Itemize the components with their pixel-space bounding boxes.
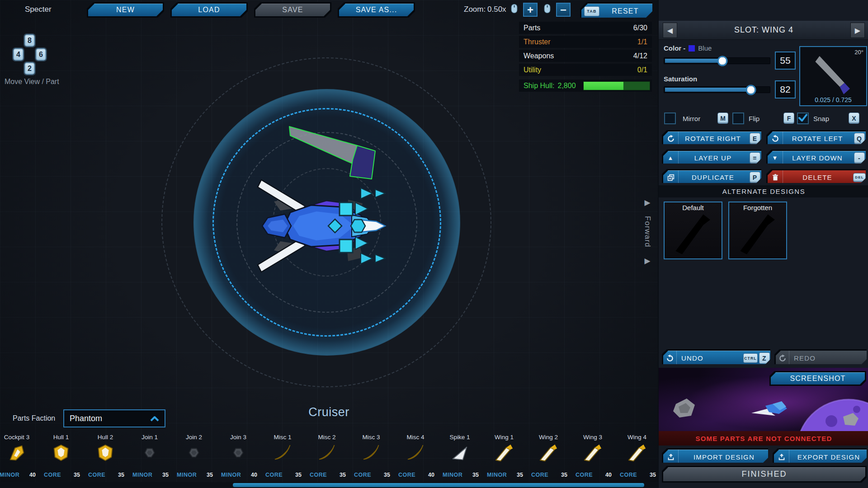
alternate-design-card[interactable]: Forgotten [728,202,787,259]
part-cost: 35 [118,472,124,478]
part-preview-image [807,52,861,100]
save-button[interactable]: SAVE [254,2,331,18]
redo-button[interactable]: REDO [774,349,867,364]
hue-value-box[interactable]: 55 [775,52,796,70]
saturation-slider-thumb[interactable] [745,84,756,95]
part-coords: 0.025 / 0.725 [800,96,866,103]
hull-bar [583,81,650,90]
part-item[interactable]: Wing 4 [615,432,659,480]
new-button[interactable]: NEW [87,2,164,18]
mouse-scroll-down-icon [544,4,551,14]
rotate-right-button[interactable]: ROTATE RIGHT E [662,130,761,144]
parts-scrollbar-track[interactable] [0,482,658,488]
part-name: Wing 3 [571,434,615,441]
part-tier: MINOR [177,472,197,478]
part-icon [494,442,514,463]
part-item[interactable]: Misc 1 [260,432,305,480]
part-icon [95,442,116,463]
part-item[interactable]: Misc 3 [349,432,393,480]
triangle-down-icon: ▼ [768,151,783,165]
slot-prev-button[interactable]: ◀ [663,23,677,38]
parts-scrollbar-thumb[interactable] [233,483,644,487]
slot-next-button[interactable]: ▶ [850,23,865,38]
screenshot-button[interactable]: SCREENSHOT [769,371,866,386]
part-name: Hull 1 [39,434,83,441]
part-item[interactable]: Join 3 [216,432,260,480]
hue-slider[interactable] [664,57,770,64]
duplicate-button[interactable]: DUPLICATE P [662,169,761,183]
part-icon [6,442,27,463]
mirror-checkbox[interactable] [664,113,676,124]
stat-value: 4/12 [633,52,647,60]
rotate-cw-icon [667,135,675,143]
part-item[interactable]: Wing 1 [482,432,526,480]
part-icon [405,442,426,463]
delete-button[interactable]: DELETE DEL [766,169,866,183]
zoom-out-button[interactable]: − [556,3,571,17]
layer-up-button[interactable]: ▲ LAYER UP = [662,150,761,164]
part-cost: 35 [517,472,523,478]
part-icon [449,442,470,463]
zoom-in-button[interactable]: + [523,3,538,17]
part-cost: 35 [207,472,213,478]
part-item[interactable]: Cockpit 3 [0,432,39,480]
export-design-button[interactable]: EXPORT DESIGN [773,448,867,463]
part-tier: CORE [576,472,593,478]
part-name: Cockpit 3 [0,434,39,441]
hue-slider-thumb[interactable] [717,56,727,66]
part-icon [51,442,71,463]
mirror-label: Mirror [683,115,700,122]
hull-label: Ship Hull: [519,82,554,90]
part-tier: MINOR [221,472,241,478]
numpad-2-key: 2 [24,62,35,75]
part-item[interactable]: Join 1 [127,432,172,480]
import-design-button[interactable]: IMPORT DESIGN [662,448,768,463]
part-item[interactable]: Join 2 [172,432,216,480]
part-name: Misc 4 [393,434,438,441]
undo-icon [666,354,674,362]
part-item[interactable]: Wing 3 [571,432,615,480]
parts-faction-dropdown[interactable]: Phantom [63,409,165,427]
part-item[interactable]: Hull 2 [83,432,127,480]
undo-button[interactable]: UNDO CTRL Z [662,349,770,364]
saturation-slider[interactable] [664,86,770,93]
layer-down-button[interactable]: ▼ LAYER DOWN - [766,150,866,164]
part-editor-panel: SLOT: WING 4 ◀ ▶ Color - Blue 55 Saturat… [658,0,868,488]
part-tier: MINOR [0,472,19,478]
numpad-6-key: 6 [36,48,46,61]
color-row-label: Color - Blue [664,44,712,52]
reset-view-button[interactable]: TAB RESET [580,2,652,18]
z-key: Z [759,352,770,364]
forward-arrow-icon: ▶ [644,256,650,266]
rotate-left-button[interactable]: ROTATE LEFT Q [766,130,866,144]
load-button[interactable]: LOAD [170,2,248,18]
part-cost: 35 [561,472,567,478]
part-cost: 35 [384,472,390,478]
trash-icon [771,174,779,182]
delete-key: DEL [853,173,866,182]
numpad-8-key: 8 [24,34,35,47]
part-item[interactable]: Misc 2 [305,432,349,480]
finished-button[interactable]: FINISHED [662,466,867,483]
ship-render[interactable] [244,113,434,280]
saturation-value-box[interactable]: 82 [775,80,796,99]
zoom-label: Zoom: [464,5,486,14]
part-name: Misc 3 [349,434,393,441]
part-item[interactable]: Spike 1 [438,432,482,480]
color-label: Color - [664,44,685,52]
snap-checkbox[interactable] [797,113,809,124]
part-icon [184,442,204,463]
part-item[interactable]: Hull 1 [39,432,83,480]
part-tier: CORE [310,472,327,478]
save-as-button[interactable]: SAVE AS... [338,2,415,18]
stat-label: Thruster [524,38,551,46]
part-name: Wing 1 [482,434,526,441]
part-cost: 40 [605,472,612,478]
flip-label: Flip [749,115,760,122]
part-item[interactable]: Wing 2 [526,432,571,480]
alternate-design-card[interactable]: Default [664,202,722,259]
part-item[interactable]: Misc 4 [393,432,438,480]
part-cost: 35 [162,472,169,478]
flip-checkbox[interactable] [732,113,744,124]
part-icon [361,442,382,463]
